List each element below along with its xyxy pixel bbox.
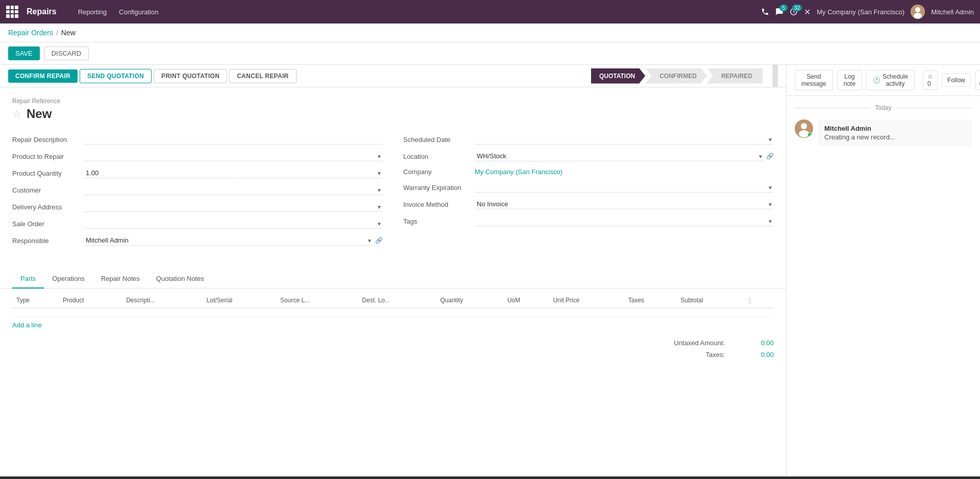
delivery-address-input[interactable] bbox=[84, 202, 383, 212]
messages-badge: 5 bbox=[779, 5, 788, 11]
invoice-method-label: Invoice Method bbox=[403, 201, 475, 208]
scrollbar-indicator[interactable] bbox=[773, 65, 778, 87]
confirm-repair-button[interactable]: CONFIRM REPAIR bbox=[8, 69, 78, 83]
favorite-star-icon[interactable]: ☆ bbox=[12, 108, 21, 120]
company-value: My Company (San Francisco) bbox=[475, 168, 774, 176]
log-note-button[interactable]: Log note bbox=[837, 70, 862, 90]
location-row: Location ▼ 🔗 bbox=[403, 148, 774, 165]
breadcrumb-parent[interactable]: Repair Orders bbox=[8, 29, 53, 37]
untaxed-amount-value: 0.00 bbox=[733, 339, 774, 347]
today-divider: Today bbox=[795, 104, 972, 111]
follow-button[interactable]: Follow bbox=[942, 74, 971, 87]
repair-title: New bbox=[27, 107, 52, 121]
star-count-badge: ☆ 0 bbox=[923, 70, 938, 90]
repair-description-input[interactable] bbox=[84, 134, 383, 145]
form-content: Repair Reference ☆ New Repair Descriptio… bbox=[0, 87, 786, 270]
clock-icon[interactable]: 32 bbox=[790, 8, 798, 16]
repair-description-value bbox=[84, 134, 383, 145]
col-type: Type bbox=[12, 293, 59, 308]
invoice-method-input[interactable] bbox=[475, 199, 774, 209]
table-container: Type Product Descripti... Lot/Serial Sou… bbox=[0, 293, 786, 333]
delivery-address-row: Delivery Address ▼ bbox=[12, 199, 383, 215]
svg-point-5 bbox=[799, 130, 809, 137]
user-avatar[interactable] bbox=[911, 5, 925, 19]
user-name[interactable]: Mitchell Admin bbox=[931, 8, 974, 16]
warranty-expiration-input[interactable] bbox=[475, 182, 774, 193]
table-empty-cell bbox=[12, 308, 774, 317]
tab-parts[interactable]: Parts bbox=[12, 270, 44, 289]
scheduled-date-label: Scheduled Date bbox=[403, 136, 475, 143]
product-quantity-value: ▼ bbox=[84, 168, 383, 178]
send-message-button[interactable]: Send message bbox=[795, 70, 833, 90]
add-line-button[interactable]: Add a line bbox=[12, 317, 42, 333]
print-quotation-button[interactable]: PRINT QUOTATION bbox=[154, 69, 227, 83]
responsible-input[interactable] bbox=[84, 235, 373, 246]
responsible-external-link-icon[interactable]: 🔗 bbox=[375, 237, 383, 244]
discard-button[interactable]: DISCARD bbox=[44, 46, 89, 60]
main-layout: CONFIRM REPAIR SEND QUOTATION PRINT QUOT… bbox=[0, 65, 980, 476]
close-icon[interactable]: ✕ bbox=[804, 7, 811, 17]
fields-left: Repair Description Product to Repair ▼ bbox=[12, 131, 383, 249]
table-more-icon[interactable]: ⋮ bbox=[747, 297, 753, 304]
table-empty-row bbox=[12, 308, 774, 317]
parts-table: Type Product Descripti... Lot/Serial Sou… bbox=[12, 293, 774, 317]
messages-icon[interactable]: 5 bbox=[775, 8, 783, 16]
right-panel-actions: Send message Log note 🕐 Schedule activit… bbox=[787, 65, 980, 96]
repair-description-label: Repair Description bbox=[12, 136, 84, 143]
sale-order-value: ▼ bbox=[84, 219, 383, 229]
nav-configuration[interactable]: Configuration bbox=[114, 6, 163, 18]
responsible-label: Responsible bbox=[12, 237, 84, 245]
taxes-value: 0.00 bbox=[733, 351, 774, 358]
breadcrumb-separator: / bbox=[56, 29, 58, 37]
table-body bbox=[12, 308, 774, 317]
clock-badge: 32 bbox=[792, 5, 802, 11]
taxes-label: Taxes: bbox=[651, 351, 733, 358]
svg-point-1 bbox=[915, 7, 920, 12]
warranty-expiration-label: Warranty Expiration bbox=[403, 184, 475, 191]
product-to-repair-input[interactable] bbox=[84, 151, 383, 161]
tab-quotation-notes[interactable]: Quotation Notes bbox=[148, 270, 212, 289]
delivery-address-value: ▼ bbox=[84, 202, 383, 212]
scheduled-date-row: Scheduled Date ▼ bbox=[403, 131, 774, 148]
responsible-value: ▼ 🔗 bbox=[84, 235, 383, 246]
col-quantity: Quantity bbox=[436, 293, 503, 308]
scheduled-date-input[interactable] bbox=[475, 134, 774, 145]
product-to-repair-row: Product to Repair ▼ bbox=[12, 148, 383, 165]
breadcrumb: Repair Orders / New bbox=[0, 23, 980, 42]
tab-repair-notes[interactable]: Repair Notes bbox=[93, 270, 148, 289]
sale-order-input[interactable] bbox=[84, 219, 383, 229]
tags-input[interactable] bbox=[475, 216, 774, 226]
col-source-location: Source L... bbox=[276, 293, 358, 308]
company-link[interactable]: My Company (San Francisco) bbox=[475, 168, 562, 176]
right-panel: Send message Log note 🕐 Schedule activit… bbox=[786, 65, 980, 476]
message-item: Mitchell Admin Creating a new record... bbox=[795, 119, 972, 146]
nav-reporting[interactable]: Reporting bbox=[73, 6, 112, 18]
action-bar: SAVE DISCARD bbox=[0, 42, 980, 65]
status-steps: QUOTATION CONFIRMED REPAIRED bbox=[591, 68, 763, 84]
col-subtotal: Subtotal bbox=[676, 293, 743, 308]
schedule-activity-clock-icon: 🕐 bbox=[873, 77, 880, 84]
send-quotation-button[interactable]: SEND QUOTATION bbox=[80, 69, 152, 83]
location-external-link-icon[interactable]: 🔗 bbox=[766, 153, 774, 160]
cancel-repair-button[interactable]: CANCEL REPAIR bbox=[229, 69, 296, 83]
scheduled-date-value: ▼ bbox=[475, 134, 774, 145]
message-author: Mitchell Admin bbox=[824, 125, 966, 132]
tab-operations[interactable]: Operations bbox=[44, 270, 93, 289]
summary-area: Untaxed Amount: 0.00 Taxes: 0.00 bbox=[0, 337, 786, 361]
col-uom: UoM bbox=[503, 293, 549, 308]
customer-input[interactable] bbox=[84, 185, 383, 195]
location-input[interactable] bbox=[475, 151, 764, 161]
status-bar: CONFIRM REPAIR SEND QUOTATION PRINT QUOT… bbox=[0, 65, 786, 87]
star-icon-small: ☆ bbox=[927, 73, 933, 80]
form-area: CONFIRM REPAIR SEND QUOTATION PRINT QUOT… bbox=[0, 65, 786, 476]
product-quantity-uom-input[interactable] bbox=[235, 168, 383, 178]
save-button[interactable]: SAVE bbox=[8, 46, 40, 60]
fields-right: Scheduled Date ▼ Location ▼ bbox=[403, 131, 774, 249]
warranty-expiration-row: Warranty Expiration ▼ bbox=[403, 179, 774, 196]
untaxed-amount-label: Untaxed Amount: bbox=[651, 339, 733, 347]
schedule-activity-button[interactable]: 🕐 Schedule activity bbox=[866, 70, 915, 90]
product-quantity-input[interactable] bbox=[84, 168, 233, 178]
phone-icon[interactable] bbox=[761, 8, 769, 16]
app-switcher-icon[interactable] bbox=[6, 6, 18, 18]
nav-icons: 5 32 ✕ My Company (San Francisco) Mitche… bbox=[761, 5, 974, 19]
